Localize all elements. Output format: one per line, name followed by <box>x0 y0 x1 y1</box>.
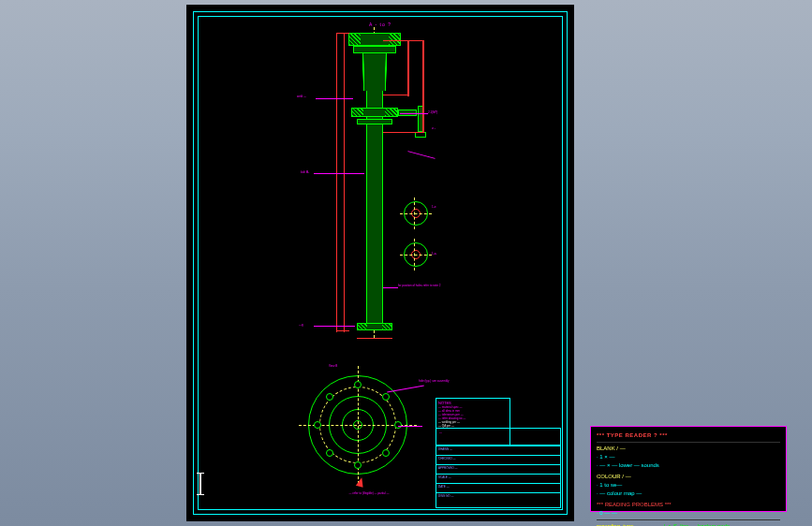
plan-hole-nw <box>326 393 333 401</box>
view-b-label: View B <box>329 364 337 368</box>
hatch-flange-l <box>349 34 361 45</box>
callout-collar: ø - <box>432 126 436 130</box>
callout-lower-pipe: for position of holes refer to note 2 <box>398 284 465 287</box>
dim-right-bot-tick <box>383 132 424 133</box>
divider-icon <box>597 519 780 520</box>
hatch-foot-l <box>358 324 367 329</box>
callout-circ2: 1-o- <box>432 252 436 256</box>
callout-foot-left: —g <box>299 323 303 327</box>
dim-extents-left <box>344 33 345 332</box>
tb-row-3: SCALE — <box>436 474 560 483</box>
legend-g2-item-0: · 1 to se— <box>597 481 780 489</box>
callout-plan-bottom: — refer to (illegible) — partial — <box>327 491 411 495</box>
section-label-top: A - to ? <box>186 22 574 27</box>
dim-right-long <box>422 40 424 132</box>
legend-panel[interactable]: *** TYPE READER ? *** BLANK / — · 1 × — … <box>590 426 787 512</box>
hatch-mid-r <box>385 109 397 116</box>
plan-hole-ne <box>382 393 390 401</box>
hatch-foot-r <box>382 324 391 329</box>
hatch-mid-l <box>352 109 363 116</box>
hatch-flange-r <box>389 34 400 45</box>
legend-group2-title: COLOUR / — <box>597 473 780 481</box>
dim-extents-left2 <box>336 33 337 332</box>
tb-row-0: DRAWN — <box>436 446 560 455</box>
drawing-sheet[interactable]: A - to ? <box>186 5 574 521</box>
callout-nozzle: - <box>428 154 465 158</box>
plan-hole-w <box>314 421 321 429</box>
leader-weld <box>316 98 353 99</box>
callout-bolt: bolt M- <box>301 170 309 174</box>
legend-title: *** TYPE READER ? *** <box>597 431 780 440</box>
leader-lower-pipe <box>383 287 398 288</box>
title-block-header: — <box>436 429 560 446</box>
leader-thread <box>400 113 428 114</box>
legend-g2-item-1: · — colour map — <box>597 489 780 498</box>
plan-hole-se <box>382 449 390 457</box>
callout-thread: 2.1(M?) <box>428 110 437 114</box>
dim-bot-tick <box>336 330 349 331</box>
tb-row-4: DATE — <box>436 483 560 492</box>
detail-circle-1-axis-h <box>400 213 432 214</box>
tb-row-2: APPROVED — <box>436 464 560 474</box>
detail-circle-2-axis-h <box>400 255 432 256</box>
plan-hole-n <box>354 381 362 388</box>
dim-top-tick <box>336 33 349 34</box>
divider-icon <box>597 442 780 443</box>
tb-row-1: CHECKED — <box>436 455 560 464</box>
top-flange-step <box>353 46 396 53</box>
tb-company: — <box>439 431 442 434</box>
legend-footer-0: recording_typel_r_S_line — backup node <box>597 522 780 526</box>
legend-warn-sub: · 0 — — <box>597 509 780 518</box>
scale-bar-icon <box>199 473 201 495</box>
title-block: — DRAWN — CHECKED — APPROVED — SCALE — D… <box>436 428 561 508</box>
leader-foot-left <box>314 326 355 327</box>
callout-plan-1: hole (typ.) see assembly <box>419 379 475 383</box>
dim-right-mid-tick <box>383 95 409 95</box>
tb-row-5: DWG NO — <box>436 492 560 502</box>
dim-right-top-tick <box>383 40 424 41</box>
leader-bolt <box>314 173 364 174</box>
legend-group1-title: BLANK / — <box>597 445 780 453</box>
plan-hole-sw <box>326 449 333 457</box>
legend-g1-item-1: · — × — lower — sounds <box>597 461 780 470</box>
callout-weld: weld — <box>297 95 306 98</box>
legend-g1-item-0: · 1 × — <box>597 453 780 461</box>
plan-hole-e <box>394 421 402 429</box>
legend-warn: *** READING PROBLEMS *** <box>597 501 780 509</box>
leader-plan-2 <box>398 426 422 427</box>
dim-right-short <box>407 40 409 96</box>
plan-hole-s <box>354 461 362 469</box>
viewport[interactable]: A - to ? <box>0 0 812 526</box>
pipe-body <box>366 91 383 330</box>
mid-flange-2 <box>357 119 392 124</box>
dim-foot-width <box>357 338 392 339</box>
callout-circ1: 1-o <box>432 205 436 209</box>
tapered-neck <box>362 53 387 91</box>
